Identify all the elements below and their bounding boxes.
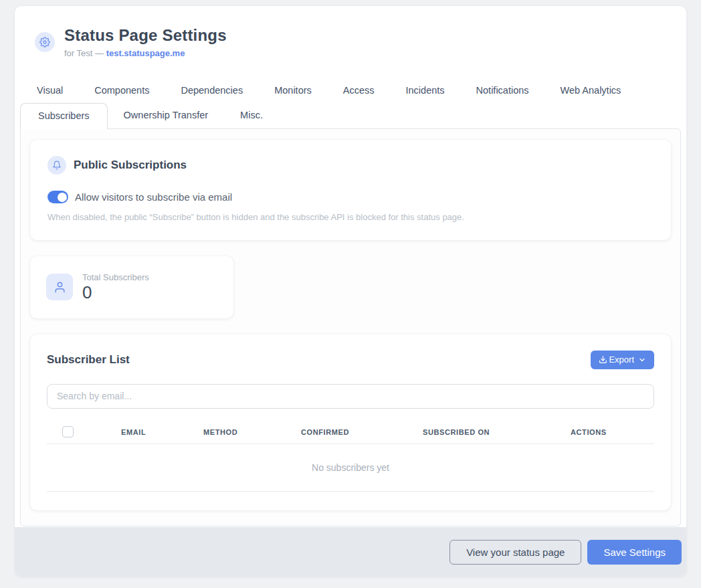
tab-visual[interactable]: Visual <box>37 85 63 96</box>
page-title: Status Page Settings <box>64 26 227 45</box>
toggle-label: Allow visitors to subscribe via email <box>75 191 232 203</box>
column-header-actions: ACTIONS <box>571 428 654 436</box>
subscriber-list-card: Subscriber List Export <box>30 334 671 510</box>
subscribe-help-text: When disabled, the public “Subscribe” bu… <box>47 212 654 222</box>
tab-dependencies[interactable]: Dependencies <box>181 85 243 96</box>
column-header-email: EMAIL <box>121 428 203 436</box>
total-subscribers-value: 0 <box>82 283 149 302</box>
tab-misc[interactable]: Misc. <box>224 103 279 128</box>
subscriber-table: EMAIL METHOD CONFIRMED SUBSCRIBED ON ACT… <box>47 421 654 492</box>
column-header-confirmed: CONFIRMED <box>301 428 423 436</box>
subscriber-table-header: EMAIL METHOD CONFIRMED SUBSCRIBED ON ACT… <box>47 421 654 444</box>
empty-state-text: No subscribers yet <box>312 462 389 473</box>
public-subscriptions-header: Public Subscriptions <box>47 156 654 175</box>
empty-state-row: No subscribers yet <box>47 444 654 491</box>
total-subscribers-card: Total Subscribers 0 <box>30 256 233 318</box>
tab-access[interactable]: Access <box>343 85 375 96</box>
tab-monitors[interactable]: Monitors <box>274 85 312 96</box>
tab-components[interactable]: Components <box>94 85 149 96</box>
export-label: Export <box>609 355 634 365</box>
subscribers-tab-panel: Public Subscriptions Allow visitors to s… <box>20 128 681 526</box>
tab-incidents[interactable]: Incidents <box>406 85 445 96</box>
tab-bar-secondary: Subscribers Ownership Transfer Misc. <box>20 103 686 128</box>
person-icon <box>46 274 73 300</box>
toggle-knob <box>58 193 67 202</box>
page-subtitle: for Test — test.statuspage.me <box>64 48 227 58</box>
total-subscribers-stat: Total Subscribers 0 <box>82 272 149 302</box>
subscribe-toggle-row: Allow visitors to subscribe via email <box>47 191 654 203</box>
tab-notifications[interactable]: Notifications <box>476 85 529 96</box>
public-subscriptions-card: Public Subscriptions Allow visitors to s… <box>30 140 671 240</box>
view-status-page-button[interactable]: View your status page <box>449 540 581 565</box>
bell-icon <box>47 156 66 175</box>
subscriber-list-title: Subscriber List <box>47 353 130 367</box>
gear-icon <box>35 32 55 52</box>
column-header-method: METHOD <box>203 428 301 436</box>
export-button[interactable]: Export <box>591 351 654 369</box>
header-text-block: Status Page Settings for Test — test.sta… <box>64 26 227 58</box>
public-subscriptions-title: Public Subscriptions <box>74 159 187 172</box>
page-header: Status Page Settings for Test — test.sta… <box>15 6 686 58</box>
column-header-subscribed-on: SUBSCRIBED ON <box>423 428 571 436</box>
tab-bar-primary: Visual Components Dependencies Monitors … <box>37 81 686 99</box>
status-page-settings-window: Status Page Settings for Test — test.sta… <box>15 6 686 577</box>
tab-web-analytics[interactable]: Web Analytics <box>561 85 621 96</box>
subtitle-prefix: for Test — <box>64 48 106 58</box>
subscriber-list-header: Subscriber List Export <box>47 351 654 369</box>
save-settings-button[interactable]: Save Settings <box>587 540 682 565</box>
status-page-link[interactable]: test.statuspage.me <box>106 48 185 58</box>
search-input[interactable] <box>47 384 654 409</box>
tab-subscribers[interactable]: Subscribers <box>20 103 108 129</box>
footer-action-bar: View your status page Save Settings <box>15 527 686 577</box>
total-subscribers-label: Total Subscribers <box>82 272 149 282</box>
chevron-down-icon <box>638 356 646 364</box>
download-icon <box>599 355 607 364</box>
select-all-checkbox[interactable] <box>62 426 74 437</box>
allow-subscribe-toggle[interactable] <box>47 191 68 203</box>
select-all-cell <box>47 426 121 437</box>
tab-ownership-transfer[interactable]: Ownership Transfer <box>108 103 225 128</box>
